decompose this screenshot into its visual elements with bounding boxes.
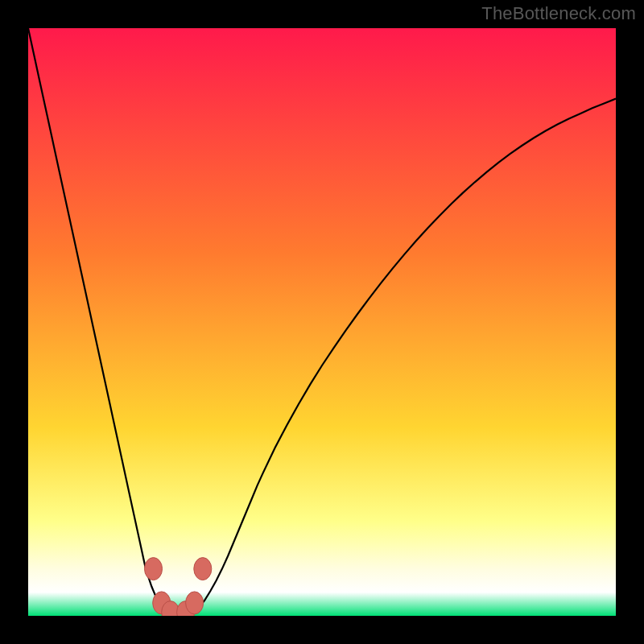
curve-marker <box>186 592 204 614</box>
chart-frame: TheBottleneck.com <box>0 0 644 644</box>
watermark-text: TheBottleneck.com <box>481 3 636 24</box>
curve-marker <box>145 558 163 580</box>
chart-svg <box>28 28 616 616</box>
plot-area <box>28 28 616 616</box>
gradient-background <box>28 28 616 616</box>
curve-marker <box>194 558 212 580</box>
